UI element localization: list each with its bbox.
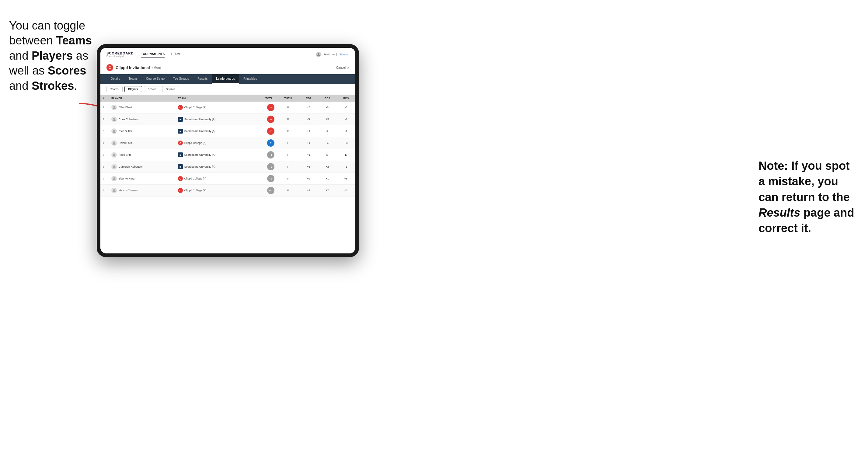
cell-total: E [252,137,277,149]
col-rd1: RD1 [299,95,318,102]
cancel-button[interactable]: Cancel ✕ [336,66,349,69]
cell-player: Blair McHarg [109,173,176,185]
cell-team: ■ Scoreboard University [A] [176,125,252,137]
bold-players: Players [32,49,73,62]
right-annotation: Note: If you spot a mistake, you can ret… [758,158,859,236]
col-team: TEAM [176,95,252,102]
cell-total: -8 [252,102,277,114]
nav-links: TOURNAMENTS TEAMS [141,51,316,58]
cell-rank: 4 [100,137,109,149]
cell-player: Elliot Ebert [109,102,176,114]
cell-team: C Clippd College [A] [176,102,252,114]
cell-rd3: +2 [337,185,356,196]
left-annotation: You can toggle between Teams and Players… [9,18,94,93]
cell-rd3: -1 [337,161,356,173]
tab-leaderboards[interactable]: Leaderboards [212,74,239,84]
cell-team: C Clippd College [A] [176,173,252,185]
cell-total: +1 [252,149,277,161]
cell-thru: F [277,185,299,196]
user-avatar [316,52,321,57]
cell-rd3: -4 [337,114,356,125]
toggle-teams-button[interactable]: Teams [106,86,123,92]
tournament-gender: (Men) [152,66,161,69]
col-rank: # [100,95,109,102]
sign-out-link[interactable]: Sign out [339,53,349,56]
tab-teams[interactable]: Teams [124,74,142,84]
cell-team: ■ Scoreboard University [A] [176,114,252,125]
cell-total: -2 [252,125,277,137]
cell-rd3: -5 [337,102,356,114]
cell-rd2: -2 [318,125,337,137]
cell-total: +11 [252,185,277,196]
leaderboard-table: # PLAYER TEAM TOTAL THRU RD1 RD2 RD3 1 [100,95,355,253]
col-thru: THRU [277,95,299,102]
cell-rd3: -1 [337,125,356,137]
cell-thru: F [277,102,299,114]
cell-thru: F [277,149,299,161]
cell-rank: 7 [100,173,109,185]
cell-rd1: +5 [299,161,318,173]
tab-details[interactable]: Details [106,74,124,84]
cell-team: ■ Scoreboard University [A] [176,149,252,161]
cell-thru: F [277,125,299,137]
cell-player: Rees Britt [109,149,176,161]
cell-rd1: +2 [299,173,318,185]
col-rd2: RD2 [318,95,337,102]
cell-rank: 8 [100,185,109,196]
cell-rd1: +1 [299,149,318,161]
cell-team: ■ Scoreboard University [A] [176,161,252,173]
table-row: 5 Rees Britt ■ Scoreboard University [A]… [100,149,355,161]
cell-rd2: +7 [318,185,337,196]
tab-tee-groups[interactable]: Tee Groups [169,74,193,84]
cell-rank: 3 [100,125,109,137]
cell-player: Cameron Robertson [109,161,176,173]
tournament-logo: C [106,64,113,71]
cell-rank: 1 [100,102,109,114]
table-row: 4 David Ford C Clippd College [A] E F [100,137,355,149]
bold-scores: Scores [48,64,86,77]
cell-player: Chris Robertson [109,114,176,125]
col-total: TOTAL [252,95,277,102]
cell-rd1: +3 [299,102,318,114]
logo-text: SCOREBOARD [106,52,133,55]
cell-team: C Clippd College [A] [176,137,252,149]
close-icon: ✕ [347,66,349,69]
logo-area: SCOREBOARD Powered by clippd [106,52,133,57]
tab-results[interactable]: Results [193,74,212,84]
nav-tournaments[interactable]: TOURNAMENTS [141,51,164,58]
cell-thru: F [277,114,299,125]
cell-total: -4 [252,114,277,125]
cell-rd1: +1 [299,137,318,149]
tournament-title-area: C Clippd Invitational (Men) [106,64,161,71]
tab-course-setup[interactable]: Course Setup [142,74,169,84]
cell-rd2: +5 [318,114,337,125]
bold-strokes: Strokes [32,80,74,92]
cell-thru: F [277,161,299,173]
toggle-strokes-button[interactable]: Strokes [162,86,180,92]
tournament-header: C Clippd Invitational (Men) Cancel ✕ [100,61,355,74]
cell-team: C Clippd College [A] [176,185,252,196]
table-row: 7 Blair McHarg C Clippd College [A] +8 F [100,173,355,185]
col-player: PLAYER [109,95,176,102]
cell-thru: F [277,137,299,149]
user-name: Test User | [324,53,337,56]
cell-rd3: +6 [337,173,356,185]
tab-printables[interactable]: Printables [239,74,261,84]
table-row: 6 Cameron Robertson ■ Scoreboard Univers… [100,161,355,173]
svg-point-1 [318,53,319,55]
toggle-scores-button[interactable]: Scores [144,86,160,92]
cell-rd1: +2 [299,185,318,196]
cell-rd1: +1 [299,125,318,137]
tournament-name: Clippd Invitational [116,65,150,70]
cell-rd2: +2 [318,161,337,173]
table-row: 3 Rich Butler ■ Scoreboard University [A… [100,125,355,137]
cell-rd3: +3 [337,137,356,149]
toggle-players-button[interactable]: Players [124,86,142,92]
nav-teams[interactable]: TEAMS [171,51,181,58]
logo-sub: Powered by clippd [106,55,133,57]
cell-player: Rich Butler [109,125,176,137]
toggle-row: Teams Players Scores Strokes [100,84,355,95]
cell-rd2: E [318,149,337,161]
tablet-frame: SCOREBOARD Powered by clippd TOURNAMENTS… [97,44,359,257]
cell-rank: 2 [100,114,109,125]
